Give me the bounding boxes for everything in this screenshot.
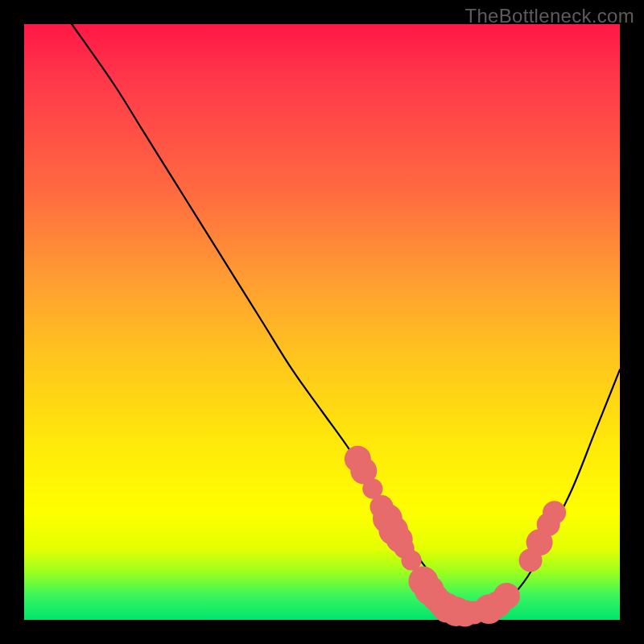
chart-frame: TheBottleneck.com	[0, 0, 644, 644]
curve-svg	[24, 24, 620, 620]
plot-area	[24, 24, 620, 620]
curve-marker	[493, 583, 520, 609]
curve-marker	[543, 501, 566, 524]
markers-group	[345, 446, 566, 627]
